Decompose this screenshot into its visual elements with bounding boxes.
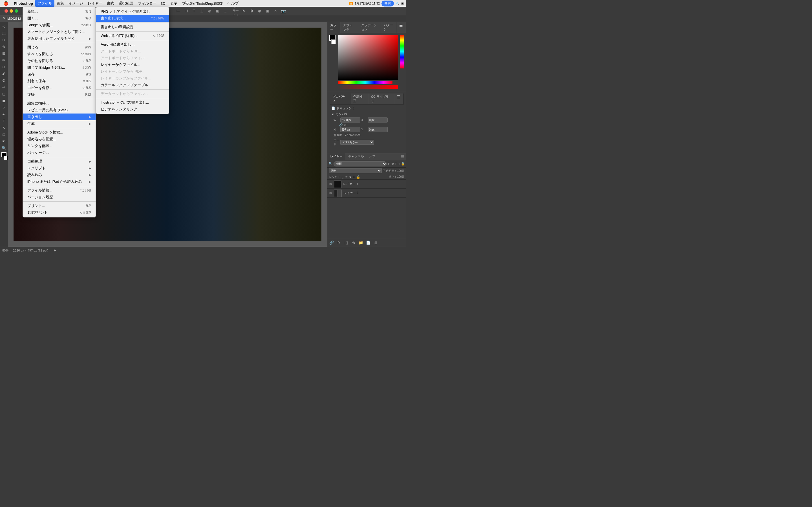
minimize-button[interactable] bbox=[10, 9, 13, 13]
props-options-icon[interactable]: ☰ bbox=[394, 94, 404, 104]
camera-3d[interactable]: 📷 bbox=[280, 8, 287, 14]
menubar-image[interactable]: イメージ bbox=[66, 0, 86, 7]
color-gradient[interactable] bbox=[338, 35, 398, 80]
menu-save[interactable]: 保存 ⌘S bbox=[23, 71, 96, 78]
menu-generate[interactable]: 生成 ▶ bbox=[23, 120, 96, 127]
menubar-view[interactable]: 表示 bbox=[168, 0, 180, 7]
panel-options-icon[interactable]: ☰ bbox=[396, 22, 406, 33]
brush-tool[interactable]: 🖌 bbox=[1, 70, 7, 76]
layers-filter-select[interactable]: 種類 bbox=[334, 161, 387, 166]
path-selection[interactable]: ↖ bbox=[1, 124, 7, 131]
menu-revert[interactable]: 復帰 F12 bbox=[23, 91, 96, 98]
new-adjustment-btn[interactable]: ⊕ bbox=[350, 239, 357, 245]
menu-open[interactable]: 開く... ⌘O bbox=[23, 15, 96, 22]
text-tool[interactable]: T bbox=[1, 118, 7, 124]
menubar-window[interactable]: ウィンドウ bbox=[202, 0, 225, 7]
scroll-indicator[interactable]: ▶ bbox=[54, 248, 56, 252]
canvas-chevron[interactable]: ▼ bbox=[331, 113, 335, 116]
search-icon[interactable]: 🔍 bbox=[396, 2, 400, 5]
menu-ipad-import[interactable]: iPhone または iPad から読み込み ▶ bbox=[23, 178, 96, 185]
pen-tool[interactable]: ✒ bbox=[1, 111, 7, 117]
menu-adobe-stock[interactable]: Adobe Stock を検索... bbox=[23, 129, 96, 136]
new-layer-btn[interactable]: 📄 bbox=[365, 239, 371, 245]
crop-tool[interactable]: ⊕ bbox=[1, 43, 7, 50]
menu-package[interactable]: パッケージ... bbox=[23, 149, 96, 156]
pan-3d[interactable]: ✥ bbox=[248, 8, 255, 14]
cc-libraries-tab[interactable]: CC ライブラリ bbox=[368, 94, 394, 104]
apple-menu[interactable]: 🍎 bbox=[0, 1, 11, 6]
clone-stamp[interactable]: ⊙ bbox=[1, 77, 7, 83]
menu-review-share[interactable]: レビュー用に共有 (Beta)... bbox=[23, 107, 96, 114]
lock-all[interactable]: 🔒 bbox=[356, 175, 360, 179]
eraser-tool[interactable]: ◻ bbox=[1, 91, 7, 97]
menubar-file[interactable]: ファイル bbox=[35, 0, 54, 7]
menu-place-link[interactable]: リンクを配置... bbox=[23, 143, 96, 149]
menu-save-copy[interactable]: コピーを保存... ⌥⌘S bbox=[23, 84, 96, 91]
export-aero[interactable]: Aero 用に書き出し... bbox=[96, 41, 169, 48]
scale-3d[interactable]: ⊞ bbox=[264, 8, 271, 14]
shape-tool[interactable]: □ bbox=[1, 131, 7, 137]
menubar-help[interactable]: ヘルプ bbox=[225, 0, 241, 7]
menubar-edit[interactable]: 編集 bbox=[54, 0, 66, 7]
lock-position[interactable]: ✥ bbox=[349, 175, 352, 179]
menu-scripts[interactable]: スクリプト ▶ bbox=[23, 165, 96, 172]
add-style-btn[interactable]: fx bbox=[336, 239, 342, 245]
export-web-save[interactable]: Web 用に保存 (従来)... ⌥⇧⌘S bbox=[96, 33, 169, 39]
export-layer-file[interactable]: レイヤーからファイル... bbox=[96, 61, 169, 68]
menubar-filter[interactable]: フィルター bbox=[136, 0, 158, 7]
menu-close-bridge[interactable]: 閉じて Bridge を起動... ⇧⌘W bbox=[23, 64, 96, 71]
menu-version-history[interactable]: バージョン履歴 bbox=[23, 194, 96, 201]
channels-tab[interactable]: チャンネル bbox=[345, 153, 366, 160]
blend-mode-select[interactable]: 通常 bbox=[329, 168, 382, 173]
x-input[interactable] bbox=[368, 117, 388, 122]
export-png-quick[interactable]: PNG としてクイック書き出し bbox=[96, 8, 169, 15]
menubar-select[interactable]: 選択範囲 bbox=[116, 0, 136, 7]
align-bottom[interactable]: ⊞ bbox=[214, 8, 221, 14]
zoom-tool[interactable]: 🔍 bbox=[1, 145, 7, 151]
eyedropper-tool[interactable]: ✏ bbox=[1, 57, 7, 63]
lasso-tool[interactable]: ⊙ bbox=[1, 37, 7, 43]
history-brush[interactable]: ↩ bbox=[1, 84, 7, 90]
menu-invite[interactable]: 編集に招待... bbox=[23, 100, 96, 107]
background-swatch[interactable] bbox=[331, 40, 336, 44]
paths-tab[interactable]: パス bbox=[366, 153, 378, 160]
distribute-icon[interactable]: … bbox=[222, 8, 229, 14]
align-left[interactable]: ⊢ bbox=[175, 8, 182, 14]
layout-icon[interactable]: ⊞ bbox=[401, 2, 404, 5]
image-icon[interactable]: 🖼 bbox=[344, 123, 347, 126]
menu-close-all[interactable]: すべてを閉じる ⌥⌘W bbox=[23, 51, 96, 57]
menubar-format[interactable]: 書式 bbox=[105, 0, 116, 7]
share-button[interactable]: 共有 bbox=[382, 1, 394, 6]
hue-bar[interactable] bbox=[338, 81, 393, 84]
alpha-bar[interactable] bbox=[338, 86, 398, 89]
align-top[interactable]: ⊥ bbox=[199, 8, 205, 14]
selection-tool[interactable]: ⬚ bbox=[1, 30, 7, 36]
y-input[interactable] bbox=[368, 127, 388, 132]
lock-image[interactable]: ✏ bbox=[345, 175, 348, 179]
export-format[interactable]: 書き出し形式... ⌥⇧⌘W bbox=[96, 15, 169, 22]
lock-artboard[interactable]: ⊞ bbox=[353, 175, 355, 179]
layer-visibility-0[interactable]: 👁 bbox=[329, 191, 333, 195]
layers-tab[interactable]: レイヤー bbox=[327, 153, 345, 160]
export-clut[interactable]: カラールックアップテーブル... bbox=[96, 82, 169, 89]
width-input[interactable] bbox=[340, 117, 360, 122]
menubar-layer[interactable]: レイヤー bbox=[86, 0, 105, 7]
layers-options-icon[interactable]: ☰ bbox=[399, 153, 406, 160]
menubar-app-name[interactable]: Photoshop bbox=[11, 0, 35, 7]
frame-tool[interactable]: ⊞ bbox=[1, 50, 7, 56]
layer-filter-icon2[interactable]: ⊕ bbox=[391, 162, 394, 166]
export-illustrator-paths[interactable]: Illustrator へのパス書き出し... bbox=[96, 99, 169, 106]
layer-filter-icon4[interactable]: □ bbox=[398, 162, 400, 166]
menu-print[interactable]: プリント... ⌘P bbox=[23, 203, 96, 209]
layer-filter-icon5[interactable]: 🔒 bbox=[401, 162, 405, 166]
layer-item-0[interactable]: 👁 レイヤー 0 bbox=[327, 189, 406, 198]
menu-recent[interactable]: 最近使用したファイルを開く ▶ bbox=[23, 35, 96, 42]
gradient-tab[interactable]: グラデーション bbox=[358, 22, 381, 33]
menu-close-others[interactable]: その他を閉じる ⌥⌘P bbox=[23, 57, 96, 64]
properties-tab[interactable]: プロパティ bbox=[329, 94, 350, 104]
adjustments-tab[interactable]: 色調補正 bbox=[350, 94, 368, 104]
gradient-tool[interactable]: ◼ bbox=[1, 98, 7, 104]
layer-item-1[interactable]: 👁 レイヤー 1 bbox=[327, 180, 406, 189]
hue-slider[interactable] bbox=[400, 35, 404, 68]
align-center-h[interactable]: ⊣ bbox=[183, 8, 190, 14]
